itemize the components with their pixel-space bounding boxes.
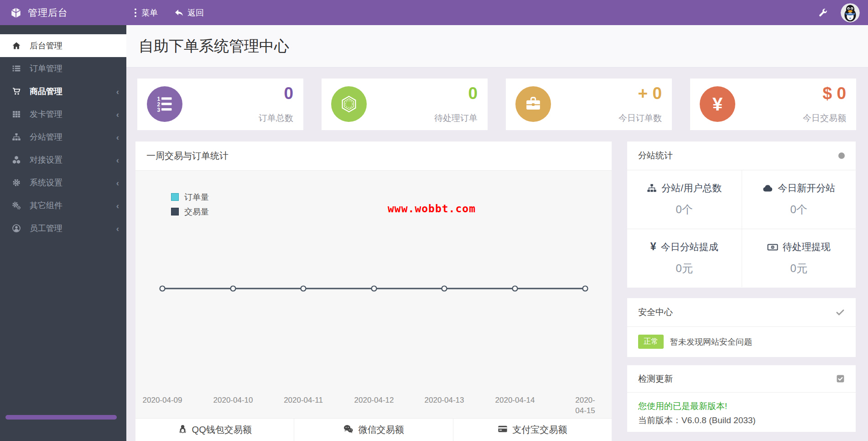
stat-label: 待处理订单 bbox=[434, 112, 478, 124]
menu-toggle[interactable]: 菜单 bbox=[134, 7, 158, 18]
substation-cell-label: 待处理提现 bbox=[783, 241, 831, 253]
bank-card-icon bbox=[498, 424, 508, 434]
sidebar-item-label: 其它组件 bbox=[30, 200, 62, 211]
update-panel-header: 检测更新 bbox=[627, 365, 856, 393]
stat-value: 0 bbox=[468, 84, 478, 103]
check-icon bbox=[836, 308, 845, 317]
main-header: 自助下单系统管理中心 bbox=[126, 25, 868, 68]
sidebar-item-cards[interactable]: 发卡管理 ‹ bbox=[0, 103, 126, 126]
stat-label: 今日订单数 bbox=[619, 112, 662, 124]
payment-tabs: QQ钱包交易额 微信交易额 bbox=[135, 418, 612, 441]
yen-icon: ¥ bbox=[700, 86, 735, 122]
update-version-text: 当前版本：V6.0.8 (Build 2033) bbox=[638, 413, 845, 427]
sidebar-item-system-settings[interactable]: 系统设置 ‹ bbox=[0, 171, 126, 194]
list-icon bbox=[11, 64, 22, 73]
checkbox-icon bbox=[836, 374, 845, 383]
svg-text:3: 3 bbox=[157, 107, 160, 113]
sidebar-item-label: 系统设置 bbox=[30, 177, 62, 188]
sidebar-item-label: 后台管理 bbox=[30, 40, 62, 51]
wechat-icon bbox=[343, 424, 353, 434]
reply-arrow-icon bbox=[174, 8, 183, 17]
sidebar-item-components[interactable]: 其它组件 ‹ bbox=[0, 194, 126, 217]
x-axis-label: 2020-04-11 bbox=[278, 395, 328, 406]
update-title: 检测更新 bbox=[638, 373, 673, 385]
sidebar-item-label: 分站管理 bbox=[30, 131, 62, 142]
chevron-left-icon: ‹ bbox=[116, 201, 119, 210]
cube-logo-icon bbox=[10, 7, 22, 19]
yen-icon: ¥ bbox=[650, 242, 656, 252]
stat-value: 0 bbox=[284, 84, 293, 103]
sidebar-item-integration[interactable]: 对接设置 ‹ bbox=[0, 148, 126, 171]
weekly-chart-panel: 一周交易与订单统计 订单量 交易量 www.wobbt.com 2020-04-… bbox=[135, 142, 612, 441]
chart-body: 订单量 交易量 www.wobbt.com 2020-04-09 2020-04… bbox=[135, 171, 612, 418]
tab-label: 支付宝交易额 bbox=[512, 424, 567, 436]
tab-label: QQ钱包交易额 bbox=[192, 424, 252, 436]
sitemap-icon bbox=[647, 183, 657, 193]
update-body: 您使用的已是最新版本! 当前版本：V6.0.8 (Build 2033) bbox=[627, 393, 856, 428]
sidebar-item-orders[interactable]: 订单管理 bbox=[0, 57, 126, 80]
cubes-icon bbox=[11, 155, 22, 164]
brand[interactable]: 管理后台 bbox=[0, 6, 126, 19]
substation-cell-label: 今日新开分站 bbox=[778, 182, 835, 194]
substation-cell-value: 0个 bbox=[790, 202, 807, 217]
sidebar-item-substations[interactable]: 分站管理 ‹ bbox=[0, 126, 126, 148]
user-avatar[interactable] bbox=[841, 3, 860, 22]
sidebar-scrollbar[interactable] bbox=[5, 415, 117, 420]
substation-grid: 分站/用户总数 0个 今日新开分站 0个 ¥ 今日分站提成 0元 bbox=[627, 170, 856, 287]
sidebar-item-products[interactable]: 商品管理 ‹ bbox=[0, 80, 126, 103]
stat-card-today-revenue: ¥ $ 0 今日交易额 bbox=[690, 79, 856, 130]
security-status-text: 暂未发现网站安全问题 bbox=[670, 336, 752, 347]
security-center-panel: 安全中心 正常 暂未发现网站安全问题 bbox=[627, 298, 856, 357]
cart-icon bbox=[11, 87, 22, 96]
stat-value: + 0 bbox=[638, 84, 662, 103]
chevron-left-icon: ‹ bbox=[116, 110, 119, 119]
x-axis-label: 2020-04-14 bbox=[490, 395, 540, 406]
substation-cell-label: 分站/用户总数 bbox=[661, 182, 722, 194]
substation-stats-panel: 分站统计 分站/用户总数 0个 bbox=[627, 142, 856, 288]
money-bill-icon bbox=[767, 242, 778, 252]
stat-cards: 1 2 3 0 订单总数 0 待处理订单 bbox=[137, 79, 856, 130]
substation-cell-withdrawals: 待处理提现 0元 bbox=[742, 229, 856, 288]
gear-icon bbox=[11, 178, 22, 187]
sidebar-item-label: 发卡管理 bbox=[30, 109, 62, 120]
substation-cell-commission: ¥ 今日分站提成 0元 bbox=[627, 229, 742, 288]
sidebar-item-staff[interactable]: 员工管理 ‹ bbox=[0, 217, 126, 240]
tab-label: 微信交易额 bbox=[358, 424, 404, 436]
substation-cell-value: 0个 bbox=[676, 202, 693, 217]
x-axis-label: 2020-04-12 bbox=[349, 395, 399, 406]
x-axis-label: 2020-04-13 bbox=[419, 395, 469, 406]
back-button[interactable]: 返回 bbox=[174, 7, 204, 18]
update-check-panel: 检测更新 您使用的已是最新版本! 当前版本：V6.0.8 (Build 2033… bbox=[627, 365, 856, 432]
status-dot-icon bbox=[838, 152, 845, 159]
sidebar-item-label: 员工管理 bbox=[30, 223, 62, 234]
grid-icon bbox=[11, 110, 22, 119]
wrench-icon[interactable] bbox=[818, 8, 828, 18]
topbar: 管理后台 菜单 返回 bbox=[0, 0, 868, 25]
substation-title: 分站统计 bbox=[638, 150, 673, 162]
stat-card-total-orders: 1 2 3 0 订单总数 bbox=[137, 79, 303, 130]
x-axis-label: 2020-04-10 bbox=[208, 395, 258, 406]
sitemap-icon bbox=[11, 132, 22, 142]
tab-alipay[interactable]: 支付宝交易额 bbox=[453, 419, 612, 441]
tab-wechat[interactable]: 微信交易额 bbox=[294, 419, 452, 441]
sidebar-item-dashboard[interactable]: 后台管理 bbox=[0, 34, 126, 57]
chevron-left-icon: ‹ bbox=[116, 156, 119, 164]
home-icon bbox=[11, 41, 22, 50]
gears-icon bbox=[11, 201, 22, 210]
substation-cell-total-users: 分站/用户总数 0个 bbox=[627, 170, 742, 229]
security-title: 安全中心 bbox=[638, 306, 673, 318]
qq-icon bbox=[178, 424, 187, 434]
stat-card-pending-orders: 0 待处理订单 bbox=[322, 79, 488, 130]
tab-qq-wallet[interactable]: QQ钱包交易额 bbox=[135, 419, 294, 441]
topnav: 菜单 返回 bbox=[134, 7, 204, 18]
brand-title: 管理后台 bbox=[28, 6, 68, 19]
stat-label: 今日交易额 bbox=[803, 112, 846, 124]
stat-label: 订单总数 bbox=[259, 112, 293, 124]
gem-icon bbox=[331, 86, 367, 122]
x-axis-label: 2020-04-09 bbox=[137, 395, 187, 406]
stat-card-today-orders: + 0 今日订单数 bbox=[506, 79, 672, 130]
topbar-right bbox=[818, 3, 868, 22]
cloud-icon bbox=[762, 183, 773, 193]
sidebar-item-label: 订单管理 bbox=[30, 63, 62, 74]
sidebar-menu: 后台管理 订单管理 商品管理 ‹ bbox=[0, 25, 126, 240]
